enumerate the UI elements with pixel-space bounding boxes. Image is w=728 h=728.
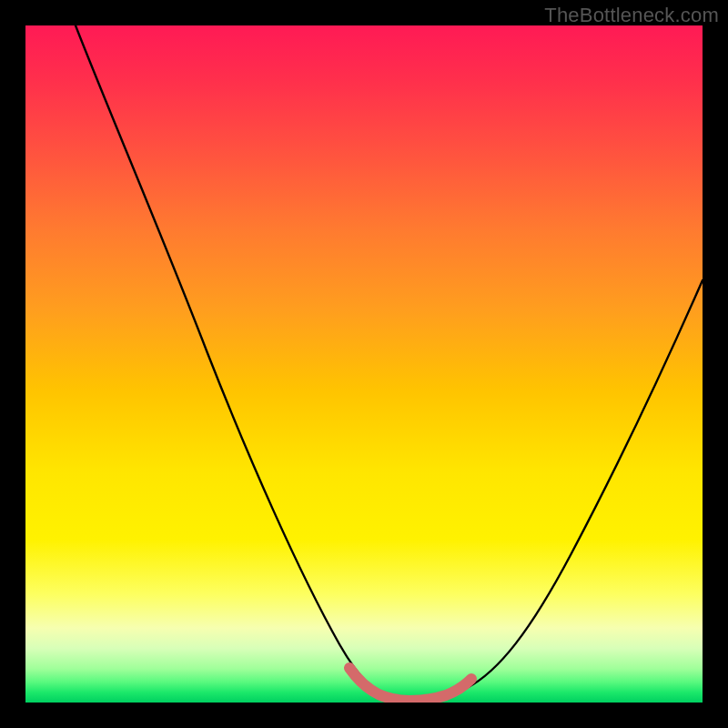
watermark-text: TheBottleneck.com xyxy=(544,4,719,27)
plot-area xyxy=(25,25,703,703)
gradient-background xyxy=(25,25,703,703)
chart-frame: TheBottleneck.com xyxy=(0,0,728,728)
